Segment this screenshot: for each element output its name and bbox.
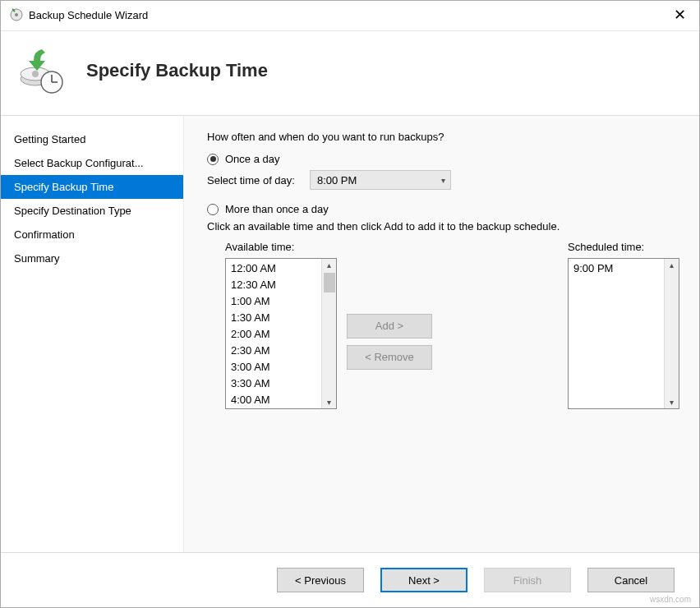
wizard-footer: < Previous Next > Finish Cancel	[1, 552, 699, 607]
transfer-buttons: Add > < Remove	[347, 241, 432, 409]
frequency-group: Once a day Select time of day: 8:00 PM ▾…	[207, 153, 679, 409]
add-button[interactable]: Add >	[347, 314, 432, 339]
next-button[interactable]: Next >	[380, 568, 467, 592]
scheduled-list-inner: 9:00 PM	[569, 259, 664, 408]
scheduled-label: Scheduled time:	[568, 241, 679, 253]
time-of-day-combo[interactable]: 8:00 PM ▾	[310, 170, 451, 190]
available-item[interactable]: 3:00 AM	[231, 359, 316, 375]
sidebar: Getting Started Select Backup Configurat…	[1, 116, 183, 552]
page-title: Specify Backup Time	[86, 60, 268, 81]
available-item[interactable]: 2:00 AM	[231, 326, 316, 343]
radio-multi-row[interactable]: More than once a day	[207, 203, 679, 215]
remove-button[interactable]: < Remove	[347, 345, 432, 370]
columns-spacer	[442, 241, 558, 409]
scroll-down-icon[interactable]: ▾	[327, 396, 331, 408]
available-item[interactable]: 4:00 AM	[231, 392, 316, 408]
multi-instruction: Click an available time and then click A…	[207, 220, 679, 233]
radio-multi-label: More than once a day	[225, 203, 329, 215]
chevron-down-icon: ▾	[441, 176, 445, 185]
window-title: Backup Schedule Wizard	[29, 9, 148, 21]
app-icon	[9, 7, 24, 22]
scheduled-item[interactable]: 9:00 PM	[573, 260, 659, 277]
radio-more-than-once[interactable]	[207, 204, 219, 215]
wizard-header: Specify Backup Time	[1, 31, 699, 115]
available-item[interactable]: 2:30 AM	[231, 343, 316, 359]
time-columns: Available time: 12:00 AM 12:30 AM 1:00 A…	[225, 241, 679, 409]
available-item[interactable]: 1:00 AM	[231, 293, 316, 310]
time-of-day-value: 8:00 PM	[317, 174, 357, 187]
select-time-label: Select time of day:	[207, 174, 295, 187]
scheduled-column: Scheduled time: 9:00 PM ▴ ▾	[568, 241, 679, 409]
available-listbox[interactable]: 12:00 AM 12:30 AM 1:00 AM 1:30 AM 2:00 A…	[225, 258, 337, 409]
titlebar: Backup Schedule Wizard ✕	[1, 1, 699, 31]
scheduled-scrollbar[interactable]: ▴ ▾	[664, 259, 679, 408]
step-specify-destination[interactable]: Specify Destination Type	[1, 199, 183, 223]
cancel-button[interactable]: Cancel	[587, 568, 675, 592]
scroll-up-icon[interactable]: ▴	[327, 259, 331, 271]
wizard-body: Getting Started Select Backup Configurat…	[1, 116, 699, 552]
scroll-up-icon[interactable]: ▴	[670, 259, 674, 271]
wizard-header-icon	[17, 46, 67, 95]
scroll-down-icon[interactable]: ▾	[670, 396, 674, 408]
available-label: Available time:	[225, 241, 337, 253]
close-icon[interactable]: ✕	[669, 6, 691, 24]
available-scrollbar[interactable]: ▴ ▾	[321, 259, 336, 408]
step-select-backup-config[interactable]: Select Backup Configurat...	[1, 151, 183, 175]
available-column: Available time: 12:00 AM 12:30 AM 1:00 A…	[225, 241, 337, 409]
available-item[interactable]: 12:30 AM	[231, 277, 316, 293]
available-item[interactable]: 12:00 AM	[231, 260, 316, 277]
previous-button[interactable]: < Previous	[277, 568, 364, 592]
content-pane: How often and when do you want to run ba…	[183, 116, 699, 552]
watermark: wsxdn.com	[650, 595, 691, 604]
time-select-row: Select time of day: 8:00 PM ▾	[207, 170, 679, 190]
svg-point-4	[32, 71, 39, 77]
scheduled-listbox[interactable]: 9:00 PM ▴ ▾	[568, 258, 679, 409]
radio-once-label: Once a day	[225, 153, 280, 165]
wizard-window: Backup Schedule Wizard ✕ Specify Backup …	[0, 0, 700, 608]
finish-button: Finish	[484, 568, 571, 592]
available-list-inner: 12:00 AM 12:30 AM 1:00 AM 1:30 AM 2:00 A…	[226, 259, 321, 408]
prompt-text: How often and when do you want to run ba…	[207, 131, 679, 143]
radio-once-row[interactable]: Once a day	[207, 153, 679, 165]
scroll-thumb[interactable]	[324, 273, 335, 292]
available-item[interactable]: 3:30 AM	[231, 375, 316, 392]
available-item[interactable]: 1:30 AM	[231, 310, 316, 326]
radio-once-a-day[interactable]	[207, 154, 219, 165]
step-getting-started[interactable]: Getting Started	[1, 127, 183, 151]
svg-point-1	[15, 13, 18, 16]
step-specify-backup-time[interactable]: Specify Backup Time	[1, 175, 183, 199]
step-confirmation[interactable]: Confirmation	[1, 223, 183, 246]
step-summary[interactable]: Summary	[1, 246, 183, 270]
